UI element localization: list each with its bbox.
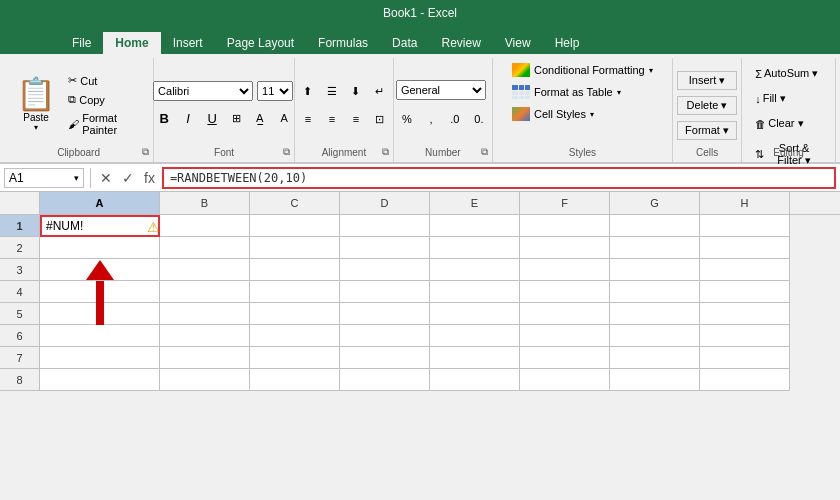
row-header-2[interactable]: 2 <box>0 237 40 259</box>
align-center-button[interactable]: ≡ <box>321 108 343 130</box>
cell-F2[interactable] <box>520 237 610 259</box>
cell-F3[interactable] <box>520 259 610 281</box>
cell-styles-button[interactable]: Cell Styles ▾ <box>507 104 599 124</box>
cell-H6[interactable] <box>700 325 790 347</box>
number-format-select[interactable]: General <box>396 80 486 100</box>
cell-E2[interactable] <box>430 237 520 259</box>
cell-F6[interactable] <box>520 325 610 347</box>
row-header-7[interactable]: 7 <box>0 347 40 369</box>
format-painter-button[interactable]: 🖌 Format Painter <box>64 110 145 138</box>
clipboard-dialog-launcher[interactable]: ⧉ <box>142 146 149 158</box>
cell-B7[interactable] <box>160 347 250 369</box>
cell-C2[interactable] <box>250 237 340 259</box>
cell-E4[interactable] <box>430 281 520 303</box>
font-dialog-launcher[interactable]: ⧉ <box>283 146 290 158</box>
col-header-B[interactable]: B <box>160 192 250 214</box>
row-header-5[interactable]: 5 <box>0 303 40 325</box>
fill-color-button[interactable]: A̲ <box>249 107 271 129</box>
font-size-select[interactable]: 11 <box>257 81 293 101</box>
col-header-E[interactable]: E <box>430 192 520 214</box>
col-header-F[interactable]: F <box>520 192 610 214</box>
format-cells-button[interactable]: Format ▾ <box>677 121 737 140</box>
cell-C7[interactable] <box>250 347 340 369</box>
font-family-select[interactable]: Calibri <box>153 81 253 101</box>
cell-E1[interactable] <box>430 215 520 237</box>
delete-cells-button[interactable]: Delete ▾ <box>677 96 737 115</box>
cell-E7[interactable] <box>430 347 520 369</box>
cell-A2[interactable] <box>40 237 160 259</box>
number-dialog-launcher[interactable]: ⧉ <box>481 146 488 158</box>
font-color-button[interactable]: A <box>273 107 295 129</box>
cell-D2[interactable] <box>340 237 430 259</box>
cell-C5[interactable] <box>250 303 340 325</box>
tab-help[interactable]: Help <box>543 32 592 54</box>
merge-cells-button[interactable]: ⊡ <box>369 108 391 130</box>
tab-formulas[interactable]: Formulas <box>306 32 380 54</box>
cell-C8[interactable] <box>250 369 340 391</box>
tab-data[interactable]: Data <box>380 32 429 54</box>
cell-A1[interactable]: #NUM! ⚠ <box>40 215 160 237</box>
align-right-button[interactable]: ≡ <box>345 108 367 130</box>
col-header-H[interactable]: H <box>700 192 790 214</box>
cell-D8[interactable] <box>340 369 430 391</box>
formula-input[interactable]: =RANDBETWEEN(20,10) <box>162 167 836 189</box>
cell-G5[interactable] <box>610 303 700 325</box>
tab-review[interactable]: Review <box>429 32 492 54</box>
cell-E3[interactable] <box>430 259 520 281</box>
cell-H5[interactable] <box>700 303 790 325</box>
cell-A3[interactable] <box>40 259 160 281</box>
cell-F5[interactable] <box>520 303 610 325</box>
cell-G8[interactable] <box>610 369 700 391</box>
align-top-button[interactable]: ⬆ <box>297 80 319 102</box>
cell-D4[interactable] <box>340 281 430 303</box>
cell-F4[interactable] <box>520 281 610 303</box>
cell-B4[interactable] <box>160 281 250 303</box>
cell-H3[interactable] <box>700 259 790 281</box>
format-as-table-button[interactable]: Format as Table ▾ <box>507 82 626 102</box>
col-header-C[interactable]: C <box>250 192 340 214</box>
cell-D1[interactable] <box>340 215 430 237</box>
insert-function-icon[interactable]: fx <box>141 170 158 186</box>
cell-D6[interactable] <box>340 325 430 347</box>
cell-G3[interactable] <box>610 259 700 281</box>
fill-button[interactable]: ↓Fill ▾ <box>750 89 791 108</box>
cell-G2[interactable] <box>610 237 700 259</box>
underline-button[interactable]: U <box>201 107 223 129</box>
tab-page-layout[interactable]: Page Layout <box>215 32 306 54</box>
align-left-button[interactable]: ≡ <box>297 108 319 130</box>
row-header-6[interactable]: 6 <box>0 325 40 347</box>
cell-B8[interactable] <box>160 369 250 391</box>
confirm-formula-icon[interactable]: ✓ <box>119 170 137 186</box>
tab-insert[interactable]: Insert <box>161 32 215 54</box>
row-header-4[interactable]: 4 <box>0 281 40 303</box>
cell-D3[interactable] <box>340 259 430 281</box>
col-header-A[interactable]: A <box>40 192 160 214</box>
comma-button[interactable]: , <box>420 108 442 130</box>
copy-button[interactable]: ⧉ Copy <box>64 91 145 108</box>
decrease-decimal-button[interactable]: 0. <box>468 108 490 130</box>
border-button[interactable]: ⊞ <box>225 107 247 129</box>
tab-view[interactable]: View <box>493 32 543 54</box>
percent-button[interactable]: % <box>396 108 418 130</box>
clear-button[interactable]: 🗑Clear ▾ <box>750 114 808 133</box>
cell-G1[interactable] <box>610 215 700 237</box>
cell-E8[interactable] <box>430 369 520 391</box>
align-middle-button[interactable]: ☰ <box>321 80 343 102</box>
cell-B3[interactable] <box>160 259 250 281</box>
cell-C4[interactable] <box>250 281 340 303</box>
autosum-button[interactable]: ΣAutoSum ▾ <box>750 64 823 83</box>
wrap-text-button[interactable]: ↵ <box>369 80 391 102</box>
cancel-formula-icon[interactable]: ✕ <box>97 170 115 186</box>
cell-D7[interactable] <box>340 347 430 369</box>
row-header-3[interactable]: 3 <box>0 259 40 281</box>
cell-A6[interactable] <box>40 325 160 347</box>
row-header-8[interactable]: 8 <box>0 369 40 391</box>
align-bottom-button[interactable]: ⬇ <box>345 80 367 102</box>
cut-button[interactable]: ✂ Cut <box>64 72 145 89</box>
cell-H7[interactable] <box>700 347 790 369</box>
cell-G7[interactable] <box>610 347 700 369</box>
italic-button[interactable]: I <box>177 107 199 129</box>
paste-button[interactable]: 📋 Paste ▾ <box>12 66 60 144</box>
cell-H2[interactable] <box>700 237 790 259</box>
cell-H4[interactable] <box>700 281 790 303</box>
